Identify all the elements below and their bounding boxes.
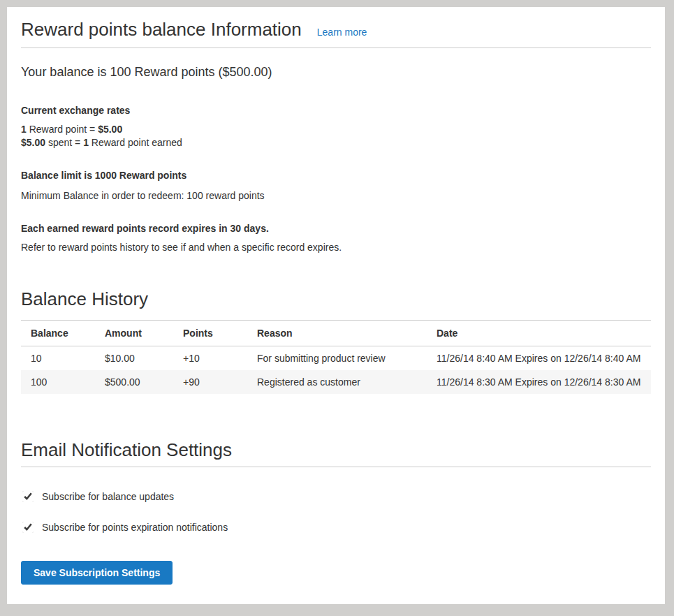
cell-points: +90 — [173, 370, 247, 394]
balance-updates-option[interactable]: Subscribe for balance updates — [21, 491, 651, 502]
balance-history-table: Balance Amount Points Reason Date 10 $10… — [21, 320, 651, 394]
column-header-points: Points — [173, 321, 247, 346]
balance-limit: Balance limit is 1000 Reward points — [21, 169, 651, 182]
exchange-rate-line-1: 1 Reward point = $5.00 — [21, 123, 651, 136]
exchange-line1-bold2: $5.00 — [98, 124, 122, 135]
balance-history-heading: Balance History — [21, 288, 651, 310]
cell-amount: $10.00 — [95, 346, 173, 371]
exchange-line2-text1: spent = — [45, 137, 83, 148]
exchange-rates: 1 Reward point = $5.00 $5.00 spent = 1 R… — [21, 123, 651, 149]
learn-more-link[interactable]: Learn more — [317, 27, 367, 38]
balance-history-section: Balance History Balance Amount Points Re… — [21, 288, 651, 394]
balance-updates-checkbox[interactable] — [22, 491, 34, 502]
table-row: 100 $500.00 +90 Registered as customer 1… — [21, 370, 651, 394]
cell-date: 11/26/14 8:40 AM Expires on 12/26/14 8:4… — [427, 346, 651, 371]
balance-summary: Your balance is 100 Reward points ($500.… — [21, 64, 651, 80]
cell-points: +10 — [173, 346, 247, 371]
cell-balance: 10 — [21, 346, 95, 371]
expiry-rule: Each earned reward points record expires… — [21, 222, 651, 235]
cell-reason: Registered as customer — [247, 370, 427, 394]
exchange-line2-bold2: 1 — [83, 137, 89, 148]
cell-balance: 100 — [21, 370, 95, 394]
exchange-rate-line-2: $5.00 spent = 1 Reward point earned — [21, 136, 651, 149]
exchange-rates-heading: Current exchange rates — [21, 104, 651, 117]
page-header: Reward points balance Information Learn … — [21, 18, 651, 41]
email-settings-heading: Email Notification Settings — [21, 439, 651, 461]
cell-date: 11/26/14 8:30 AM Expires on 12/26/14 8:3… — [427, 370, 651, 394]
email-settings-divider — [21, 467, 651, 467]
column-header-balance: Balance — [21, 321, 95, 346]
column-header-amount: Amount — [95, 321, 173, 346]
header-divider — [21, 47, 651, 48]
cell-reason: For submitting product review — [247, 346, 427, 371]
page-title: Reward points balance Information — [21, 18, 302, 41]
cell-amount: $500.00 — [95, 370, 173, 394]
table-header-row: Balance Amount Points Reason Date — [21, 321, 651, 346]
exchange-line1-text: Reward point = — [27, 124, 98, 135]
balance-updates-label: Subscribe for balance updates — [42, 491, 174, 502]
column-header-reason: Reason — [247, 321, 427, 346]
expiry-note: Refer to reward points history to see if… — [21, 241, 651, 254]
exchange-line2-text2: Reward point earned — [89, 137, 182, 148]
minimum-balance: Minimum Balance in order to redeem: 100 … — [21, 189, 651, 203]
save-subscription-settings-button[interactable]: Save Subscription Settings — [21, 561, 173, 585]
table-row: 10 $10.00 +10 For submitting product rev… — [21, 346, 651, 371]
reward-balance-card: Reward points balance Information Learn … — [7, 7, 665, 604]
points-expiration-option[interactable]: Subscribe for points expiration notifica… — [21, 522, 651, 533]
column-header-date: Date — [427, 321, 651, 346]
exchange-line1-bold1: 1 — [21, 124, 27, 135]
points-expiration-label: Subscribe for points expiration notifica… — [42, 522, 228, 533]
points-expiration-checkbox[interactable] — [22, 522, 34, 533]
email-notification-section: Email Notification Settings Subscribe fo… — [21, 439, 651, 585]
exchange-line2-bold1: $5.00 — [21, 137, 45, 148]
